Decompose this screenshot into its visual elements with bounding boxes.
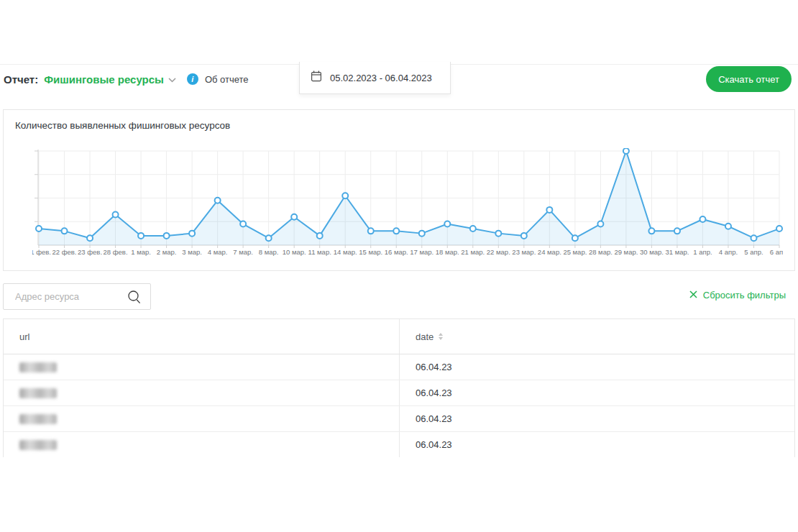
url-cell[interactable] (4, 380, 400, 405)
table-row: 06.04.23 (4, 406, 794, 432)
date-cell: 06.04.23 (400, 354, 794, 380)
chart-title: Количество выявленных фишинговых ресурсо… (15, 120, 230, 131)
calendar-icon (311, 70, 322, 85)
report-label: Отчет: (4, 73, 38, 86)
date-cell: 06.04.23 (400, 406, 794, 431)
info-icon: i (187, 73, 198, 85)
sort-icon (439, 333, 443, 340)
svg-text:22 фев.: 22 фев. (52, 248, 77, 256)
svg-text:17 мар.: 17 мар. (410, 248, 434, 256)
search-icon[interactable] (127, 289, 142, 308)
column-header-date-label: date (416, 331, 434, 342)
svg-text:18 мар.: 18 мар. (436, 248, 459, 256)
date-cell: 06.04.23 (400, 432, 794, 457)
report-selector-group: Отчет: Фишинговые ресурсы i Об отчете (4, 63, 249, 95)
date-range-picker[interactable]: 05.02.2023 - 06.04.2023 (299, 62, 451, 94)
resource-search-box (3, 283, 151, 310)
results-table: url date 06.04.2306.04.2306.04.2306.04.2… (3, 318, 795, 457)
svg-text:24 мар.: 24 мар. (538, 248, 561, 256)
svg-text:15 мар.: 15 мар. (359, 248, 382, 256)
chevron-down-icon (168, 73, 176, 86)
redacted-url-blob (19, 362, 57, 372)
about-report-label: Об отчете (205, 74, 249, 85)
url-cell[interactable] (4, 406, 400, 431)
svg-text:29 мар.: 29 мар. (614, 248, 638, 256)
svg-text:6 апр.: 6 апр. (770, 248, 783, 256)
svg-text:16 мар.: 16 мар. (385, 248, 408, 256)
svg-text:21 мар.: 21 мар. (461, 248, 485, 256)
column-header-url: url (4, 319, 400, 354)
report-toolbar: Отчет: Фишинговые ресурсы i Об отчете (0, 63, 798, 95)
table-row: 06.04.23 (4, 432, 794, 457)
reset-filters-label: Сбросить фильтры (703, 290, 786, 301)
about-report-link[interactable]: i Об отчете (187, 73, 249, 85)
svg-text:1 апр.: 1 апр. (693, 248, 712, 256)
svg-text:28 фев.: 28 фев. (104, 248, 128, 256)
table-body: 06.04.2306.04.2306.04.2306.04.23 (4, 354, 794, 457)
redacted-url-blob (19, 388, 57, 398)
redacted-url-blob (19, 440, 57, 450)
date-range-value: 05.02.2023 - 06.04.2023 (330, 73, 432, 83)
svg-text:1 мар.: 1 мар. (131, 248, 151, 256)
svg-text:14 мар.: 14 мар. (334, 248, 357, 256)
chart-area: 21 фев.22 фев.23 фев.28 фев.1 мар.2 мар.… (32, 148, 783, 263)
redacted-url-blob (19, 414, 57, 424)
svg-text:2 мар.: 2 мар. (157, 248, 177, 256)
svg-text:3 мар.: 3 мар. (182, 248, 202, 256)
date-cell: 06.04.23 (400, 380, 794, 405)
svg-text:22 мар.: 22 мар. (487, 248, 510, 256)
reset-filters-link[interactable]: Сбросить фильтры (689, 290, 786, 301)
svg-text:8 мар.: 8 мар. (259, 248, 279, 256)
svg-text:4 апр.: 4 апр. (719, 248, 738, 256)
svg-text:23 мар.: 23 мар. (512, 248, 536, 256)
svg-text:28 мар.: 28 мар. (589, 248, 613, 256)
svg-text:4 мар.: 4 мар. (208, 248, 228, 256)
report-type-value: Фишинговые ресурсы (44, 73, 164, 86)
svg-text:7 мар.: 7 мар. (233, 248, 253, 256)
phishing-line-chart: 21 фев.22 фев.23 фев.28 фев.1 мар.2 мар.… (32, 148, 783, 263)
url-cell[interactable] (4, 432, 400, 457)
report-type-dropdown[interactable]: Фишинговые ресурсы (44, 73, 176, 86)
table-header: url date (4, 319, 794, 354)
phishing-report-page: Отчет: Фишинговые ресурсы i Об отчете (0, 0, 798, 532)
chart-card: Количество выявленных фишинговых ресурсо… (3, 109, 795, 271)
svg-text:5 апр.: 5 апр. (744, 248, 763, 256)
svg-text:11 мар.: 11 мар. (308, 248, 331, 256)
close-icon (689, 290, 697, 301)
table-row: 06.04.23 (4, 354, 794, 380)
svg-text:23 фев.: 23 фев. (78, 248, 102, 256)
url-cell[interactable] (4, 354, 400, 380)
svg-text:25 мар.: 25 мар. (563, 248, 587, 256)
table-row: 06.04.23 (4, 380, 794, 406)
svg-text:31 мар.: 31 мар. (665, 248, 689, 256)
column-header-date[interactable]: date (400, 319, 794, 354)
svg-text:10 мар.: 10 мар. (283, 248, 306, 256)
download-report-button[interactable]: Скачать отчет (706, 66, 792, 92)
svg-text:21 фев.: 21 фев. (32, 248, 51, 256)
svg-text:30 мар.: 30 мар. (640, 248, 664, 256)
